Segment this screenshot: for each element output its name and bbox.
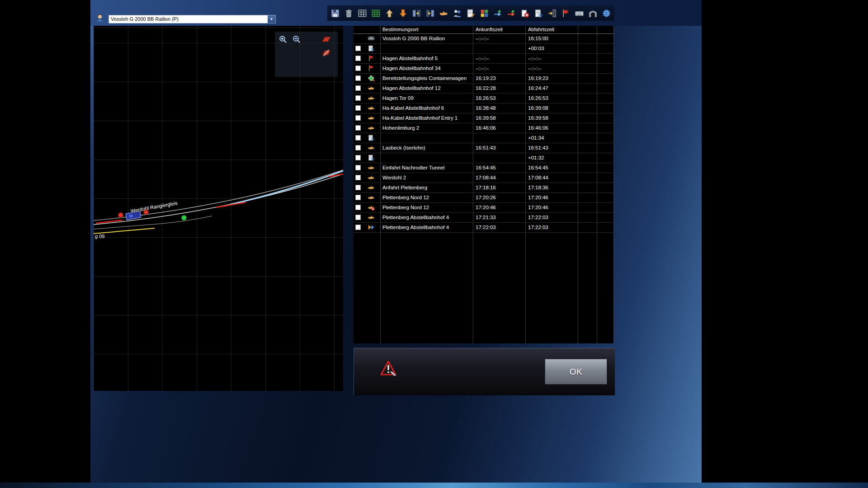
schedule-table: Bestimmungsort Ankunftszeit Abfahrtszeit… [354,26,614,343]
col-header-departure: Abfahrtszeit [528,27,554,32]
document-gear-icon [368,134,376,142]
delete-icon[interactable] [344,7,354,19]
destination-cell: Einfahrt Nachrodter Tunnel [382,165,444,170]
warning-icon [380,360,397,378]
departure-cell: +00:03 [528,46,544,51]
row-checkbox[interactable] [355,66,361,71]
row-checkbox[interactable] [355,46,361,51]
row-checkbox[interactable] [355,95,361,101]
table-row[interactable]: Ha-Kabel Abstellbahnhof 6 16:38:48 16:39… [354,103,614,113]
edit-list-icon[interactable] [466,7,476,19]
signal-tool-button[interactable] [321,35,332,43]
row-checkbox[interactable] [355,225,361,230]
train-selector-value: Vossloh G 2000 BB Railion (P) [109,15,268,23]
table-row[interactable]: Plettenberg Nord 12 17:20:46 17:20:46 [354,203,614,213]
signal-edit-tool-button[interactable] [321,49,332,57]
insert-after-icon[interactable] [425,7,435,19]
row-checkbox[interactable] [355,75,361,81]
document-gear-icon[interactable] [533,7,544,19]
remove-red-icon[interactable] [520,7,530,19]
grid-green-icon[interactable] [371,7,381,19]
col-header-arrival: Ankunftszeit [476,27,503,32]
row-checkbox[interactable] [355,175,361,180]
row-checkbox[interactable] [355,135,361,141]
zoom-in-button[interactable] [278,35,288,44]
table-row[interactable]: Plettenberg Abstellbahnhof 4 17:22:03 17… [354,223,614,233]
row-checkbox[interactable] [355,165,361,170]
keyboard-icon[interactable] [574,7,585,19]
table-row[interactable]: Vossloh G 2000 BB Railion --:--:-- 16:15… [354,34,614,44]
route-add-blue-icon[interactable] [493,7,503,19]
row-checkbox[interactable] [355,125,361,131]
departure-cell: 17:18:36 [528,185,548,190]
map-view[interactable]: Werdohl Rangiergleis g 09 [94,26,343,391]
departure-cell: 16:39:58 [528,115,548,121]
row-checkbox[interactable] [355,105,361,111]
train-icon [368,35,376,42]
row-checkbox[interactable] [355,215,361,220]
departure-cell: 17:20:46 [528,205,548,210]
destination-cell: Hagen Abstellbahnhof 5 [382,56,438,61]
hand-icon [368,94,376,102]
arrow-down-icon[interactable] [398,7,408,19]
tiles-icon[interactable] [479,7,490,19]
table-row[interactable]: Anfahrt Plettenberg 17:18:16 17:18:36 [354,183,614,193]
ok-button[interactable]: OK [545,359,607,385]
hand-icon [368,104,376,112]
destination-cell: Lasbeck (Iserlohn) [382,145,425,150]
insert-before-icon[interactable] [411,7,422,19]
hand-icon [368,124,376,132]
table-row[interactable]: +00:03 [354,44,614,54]
departure-cell: 16:26:53 [528,95,548,101]
destination-cell: Plettenberg Abstellbahnhof 4 [382,215,449,220]
arrival-cell: 16:54:45 [476,165,496,170]
table-row[interactable]: Einfahrt Nachrodter Tunnel 16:54:45 16:5… [354,163,614,173]
passengers-icon[interactable] [452,7,462,19]
chevron-down-icon[interactable]: ▼ [268,15,275,23]
arrow-up-icon[interactable] [384,7,395,19]
row-checkbox[interactable] [355,85,361,91]
document-gear-icon [368,154,376,162]
grid-icon[interactable] [357,7,368,19]
table-row[interactable]: Ha-Kabel Abstellbahnhof Entry 1 16:39:58… [354,113,614,123]
row-checkbox[interactable] [355,195,361,200]
table-row[interactable]: Hohenlimburg 2 16:46:06 16:46:06 [354,123,614,133]
row-checkbox[interactable] [355,205,361,210]
table-row[interactable]: Bereitstellungsgleis Containerwagen 16:1… [354,74,614,84]
departure-cell: --:--:-- [528,56,541,61]
departure-cell: 17:20:46 [528,195,548,200]
table-row[interactable]: Plettenberg Abstellbahnhof 4 17:21:33 17… [354,213,614,223]
message-panel: OK [354,348,615,395]
depot-icon[interactable] [588,7,598,19]
arrival-cell: 17:20:46 [476,205,496,210]
zoom-out-button[interactable] [292,35,301,44]
table-row[interactable]: Plettenberg Nord 12 17:20:26 17:20:46 [354,193,614,203]
row-checkbox[interactable] [355,56,361,61]
arrival-cell: 16:38:48 [476,105,496,111]
globe-icon[interactable] [601,7,612,19]
table-row[interactable]: Hagen Abstellbahnhof 5 --:--:-- --:--:-- [354,54,614,64]
app-window: Vossloh G 2000 BB Railion (P) ▼ [90,0,702,483]
row-checkbox[interactable] [355,155,361,160]
document-gear-icon [368,45,376,52]
arrow-split-icon [368,224,376,231]
table-row[interactable]: Werdohl 2 17:08:44 17:08:44 [354,173,614,183]
row-checkbox[interactable] [355,145,361,150]
table-row[interactable]: Hagen Tor 09 16:26:53 16:26:53 [354,94,614,103]
route-add-red-icon[interactable] [506,7,517,19]
departure-cell: 16:46:06 [528,125,548,131]
table-row[interactable]: Hagen Abstellbahnhof 34 --:--:-- --:--:-… [354,64,614,74]
hand-icon[interactable] [439,7,449,19]
row-checkbox[interactable] [355,115,361,121]
table-row[interactable]: Lasbeck (Iserlohn) 16:51:43 16:51:43 [354,143,614,153]
table-row[interactable]: +01:34 [354,133,614,143]
arrival-cell: 16:19:23 [476,75,496,81]
table-row[interactable]: +01:32 [354,153,614,163]
table-row[interactable]: Hagen Abstellbahnhof 12 16:22:28 16:24:4… [354,84,614,94]
save-icon[interactable] [330,7,340,19]
exit-icon[interactable] [547,7,557,19]
flag-icon [368,55,376,62]
train-selector[interactable]: Vossloh G 2000 BB Railion (P) ▼ [108,15,276,23]
row-checkbox[interactable] [355,185,361,190]
flag-icon[interactable] [561,7,571,19]
